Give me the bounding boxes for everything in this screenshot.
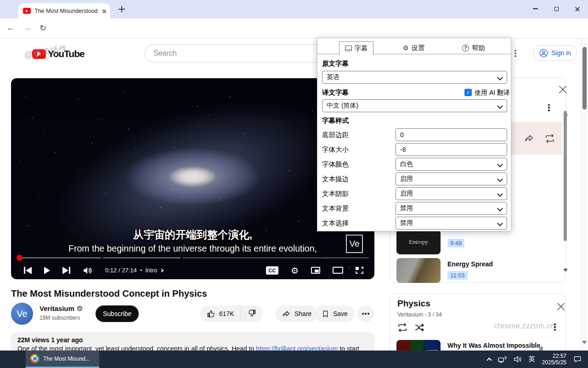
card-scrollbar-thumb[interactable] bbox=[539, 346, 543, 351]
play-button[interactable] bbox=[44, 267, 50, 274]
kebab-icon bbox=[548, 107, 550, 109]
share-button[interactable]: Share bbox=[276, 305, 318, 322]
scroll-down-arrow[interactable] bbox=[582, 344, 587, 351]
channel-name-text: Veritasium bbox=[40, 305, 74, 312]
bar-icon bbox=[24, 267, 25, 274]
chapter-label[interactable]: Intro bbox=[145, 267, 157, 274]
playlist-item-thumbnail[interactable]: Entropy bbox=[396, 230, 441, 254]
share-label: Share bbox=[294, 310, 311, 317]
notification-icon[interactable] bbox=[573, 356, 582, 363]
playlist-item-thumbnail[interactable] bbox=[396, 258, 441, 283]
row-label: 字体大小 bbox=[322, 145, 349, 154]
more-actions-button[interactable] bbox=[357, 305, 374, 322]
speaker-icon[interactable] bbox=[514, 356, 522, 363]
tab-settings[interactable]: ⚙ 设置 bbox=[403, 41, 425, 54]
tab-subtitles[interactable]: 字幕 bbox=[339, 41, 373, 55]
tray-expand-chevron[interactable] bbox=[486, 357, 492, 362]
scrollbar-thumb[interactable] bbox=[582, 47, 587, 109]
share-icon bbox=[282, 310, 291, 318]
playlist-title[interactable]: Physics bbox=[397, 299, 430, 309]
header-menu-button[interactable] bbox=[514, 49, 516, 54]
playlist-item-thumbnail[interactable]: EASY EASY ALMOST IMPOSSIBLE bbox=[396, 340, 441, 351]
playlist-kebab-button[interactable] bbox=[548, 104, 550, 109]
description-box[interactable]: 22M views 1 year ago One of the most imp… bbox=[11, 332, 374, 351]
progress-scrubber[interactable] bbox=[17, 255, 23, 261]
dislike-button[interactable] bbox=[241, 309, 263, 319]
select-value: 启用 bbox=[400, 190, 413, 198]
shuffle-button[interactable] bbox=[414, 322, 426, 333]
progress-chapter-1[interactable] bbox=[22, 257, 101, 259]
bottom-margin-input[interactable]: 0 bbox=[396, 128, 507, 141]
text-shadow-select[interactable]: 启用 bbox=[396, 187, 507, 200]
page-scrollbar[interactable] bbox=[581, 39, 587, 351]
thumb-badge: ALMOST IMPOSSIBLE bbox=[424, 340, 441, 351]
close-button[interactable] bbox=[567, 0, 588, 17]
like-count: 617K bbox=[219, 310, 234, 317]
restore-button[interactable] bbox=[546, 0, 567, 17]
text-selection-select[interactable]: 禁用 bbox=[396, 217, 507, 230]
taskbar-app-chrome[interactable]: The Most Misund... bbox=[26, 351, 99, 368]
progress-chapter-3[interactable] bbox=[182, 257, 369, 259]
browser-tab[interactable]: The Most Misunderstood Co bbox=[18, 3, 110, 18]
reload-button[interactable]: ↻ bbox=[40, 23, 46, 33]
back-button[interactable]: ← bbox=[6, 23, 15, 33]
desc-link[interactable]: https://brilliant.org/veritasium bbox=[256, 345, 338, 351]
taskbar-clock[interactable]: 22:57 2025/5/25 bbox=[542, 353, 566, 366]
row-label: 文本描边 bbox=[322, 175, 349, 184]
select-value: 禁用 bbox=[400, 219, 413, 227]
channel-watermark[interactable]: Ve bbox=[346, 235, 363, 253]
volume-button[interactable] bbox=[83, 266, 93, 275]
playlist-item-title[interactable]: Why It Was Almost Impossible bbox=[447, 342, 540, 349]
translated-subtitle-select[interactable]: 中文 (简体) bbox=[322, 99, 507, 112]
font-size-input[interactable]: -8 bbox=[396, 143, 507, 156]
original-subtitle-select[interactable]: 英语 bbox=[322, 71, 507, 84]
like-dislike-group: 617K bbox=[200, 305, 263, 322]
input-value: -8 bbox=[400, 146, 406, 153]
tab-close-icon[interactable] bbox=[102, 9, 106, 13]
sign-in-button[interactable]: Sign in bbox=[533, 45, 577, 61]
miniplayer-button[interactable] bbox=[311, 267, 320, 274]
subtitle-extension-popup: 字幕 ⚙ 设置 ? 帮助 原文字幕 英语 译文字幕 ✓ 使用 AI 翻译 中文 … bbox=[317, 38, 511, 231]
previous-button[interactable] bbox=[24, 267, 32, 274]
sign-in-label: Sign in bbox=[551, 49, 571, 57]
playlist-item-title[interactable]: Energy Spread bbox=[447, 260, 493, 268]
check-icon: ✓ bbox=[466, 90, 470, 96]
save-label: Save bbox=[333, 310, 348, 317]
share-icon[interactable] bbox=[524, 133, 535, 144]
next-button[interactable] bbox=[62, 267, 70, 274]
loop-button[interactable] bbox=[396, 322, 408, 333]
panel-collapse-arrow[interactable] bbox=[563, 272, 568, 280]
minimize-button[interactable] bbox=[525, 0, 546, 17]
browser-titlebar: The Most Misunderstood Co bbox=[0, 0, 588, 18]
cc-label: CC bbox=[269, 268, 276, 273]
settings-button[interactable]: ⚙ bbox=[291, 265, 299, 276]
input-value: 0 bbox=[400, 131, 404, 138]
duration-badge: 11:03 bbox=[447, 271, 468, 280]
ai-translate-checkbox[interactable]: ✓ bbox=[464, 89, 472, 96]
text-outline-select[interactable]: 启用 bbox=[396, 172, 507, 185]
channel-name[interactable]: Veritasium bbox=[40, 305, 83, 312]
card-kebab-button[interactable] bbox=[554, 322, 556, 328]
progress-chapter-2[interactable] bbox=[103, 257, 181, 259]
subscribe-button[interactable]: Subscribe bbox=[96, 305, 139, 322]
captions-button[interactable]: CC bbox=[266, 266, 278, 275]
select-value: 白色 bbox=[400, 160, 413, 168]
chapter-chevron-icon[interactable] bbox=[160, 268, 164, 272]
tab-help[interactable]: ? 帮助 bbox=[462, 41, 485, 54]
input-language-indicator[interactable]: 英 bbox=[529, 355, 535, 363]
clock-time: 22:57 bbox=[553, 353, 566, 359]
like-button[interactable]: 617K bbox=[200, 310, 241, 318]
theater-button[interactable] bbox=[333, 267, 343, 274]
channel-avatar[interactable]: Ve bbox=[11, 303, 33, 325]
font-color-select[interactable]: 白色 bbox=[396, 158, 507, 171]
save-button[interactable]: Save bbox=[315, 305, 354, 322]
fullscreen-button[interactable] bbox=[356, 267, 363, 274]
select-value: 英语 bbox=[327, 73, 339, 81]
forward-button[interactable]: → bbox=[23, 23, 31, 33]
start-button[interactable] bbox=[0, 355, 7, 363]
network-icon[interactable] bbox=[498, 356, 507, 363]
repeat-icon[interactable] bbox=[544, 133, 556, 144]
panel-scrollbar-thumb[interactable] bbox=[564, 111, 567, 241]
text-background-select[interactable]: 禁用 bbox=[396, 202, 507, 215]
views-line: 22M views 1 year ago bbox=[17, 336, 368, 344]
